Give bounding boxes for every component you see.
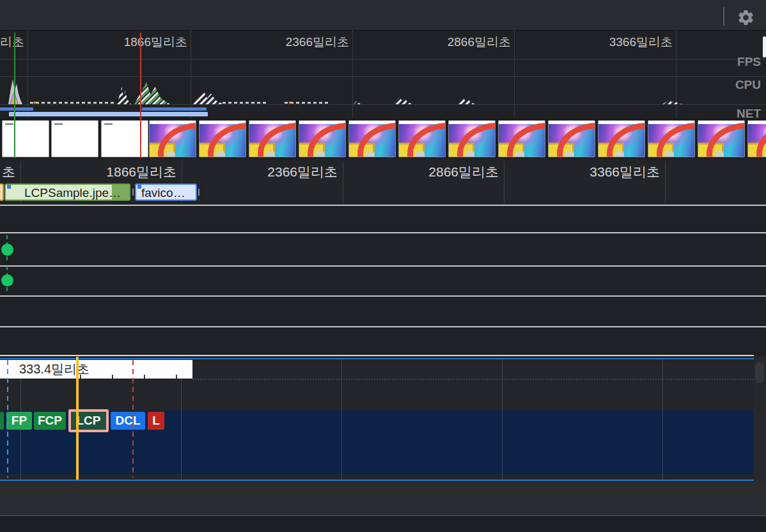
devtools-toolbar <box>0 0 766 31</box>
film-frame-screenshot[interactable] <box>348 120 396 157</box>
request-partial[interactable] <box>0 184 4 201</box>
film-frame-screenshot[interactable] <box>747 120 766 157</box>
timing-marker-edge[interactable] <box>0 412 4 430</box>
request-label: favico… <box>141 186 185 200</box>
selected-marker-ring <box>68 409 109 432</box>
film-frame-screenshot[interactable] <box>249 120 296 157</box>
marker-dash-line <box>7 360 8 478</box>
timing-marker-fcp[interactable]: FCP <box>34 412 66 430</box>
main-ruler-label: 1866밀리초 <box>36 163 176 181</box>
tracks-area <box>0 206 766 355</box>
film-frame-screenshot[interactable] <box>648 120 695 157</box>
flame-scrollbar-thumb[interactable] <box>755 362 764 383</box>
marker-dash-line <box>132 360 134 478</box>
range-ruler-tick <box>80 375 81 379</box>
overview-ruler-tick <box>514 30 515 118</box>
request-whisker <box>198 189 199 196</box>
details-pane <box>0 481 766 515</box>
overview-ruler-tick <box>191 30 191 118</box>
net-request-bar <box>142 107 207 111</box>
request-whisker <box>132 189 134 196</box>
layout-shift-dot[interactable] <box>1 274 13 286</box>
overview-ruler-tick <box>676 30 676 118</box>
film-frame-screenshot[interactable] <box>498 120 545 157</box>
main-ruler-tick <box>504 161 504 203</box>
film-frame-blank[interactable] <box>2 120 49 157</box>
overview-ruler-label: 2866밀리초 <box>383 34 511 51</box>
footer-area <box>0 516 766 532</box>
main-ruler-tick <box>665 161 666 203</box>
track-separator <box>0 205 766 206</box>
request-label: LCPSample.jpe… <box>24 186 121 200</box>
overview-ruler-label: 1866밀리초 <box>59 34 187 51</box>
lane-label-cpu: CPU <box>646 78 761 92</box>
track-separator <box>0 326 766 327</box>
overview-green-marker <box>14 33 15 158</box>
visible-range-label: 333.4밀리초 <box>19 360 90 379</box>
film-frame-screenshot[interactable] <box>448 120 496 157</box>
film-frame-screenshot[interactable] <box>199 120 246 157</box>
range-ruler-tick <box>176 375 177 379</box>
performance-panel: 리초1866밀리초2366밀리초2866밀리초3366밀리초 FPS CPU N… <box>0 0 766 532</box>
lane-divider <box>0 104 766 105</box>
overview-ruler-label: 리초 <box>0 34 24 51</box>
net-request-bar <box>9 112 208 116</box>
request-priority-marker <box>7 185 11 189</box>
range-ruler-tick <box>112 375 113 379</box>
request-favicon[interactable]: favico… <box>135 184 197 201</box>
main-ruler-label: 2366밀리초 <box>197 163 338 181</box>
film-frame-screenshot[interactable] <box>149 120 196 157</box>
flame-gridline <box>662 359 663 480</box>
flame-gridline <box>341 359 342 480</box>
flame-top-blue-border <box>0 358 754 359</box>
film-frame-screenshot[interactable] <box>398 120 446 157</box>
settings-gear-icon[interactable] <box>737 8 755 27</box>
film-frame-screenshot[interactable] <box>299 120 346 157</box>
visible-range-ruler[interactable]: 333.4밀리초 <box>0 360 192 379</box>
overview-red-marker <box>140 33 141 158</box>
timing-marker-l[interactable]: L <box>148 412 164 430</box>
playhead-line[interactable] <box>76 357 79 481</box>
track-separator <box>0 265 766 267</box>
main-ruler-tick <box>343 161 343 203</box>
track-separator <box>0 232 766 233</box>
main-ruler-label: 3366밀리초 <box>519 163 660 181</box>
timing-marker-dcl[interactable]: DCL <box>111 412 145 430</box>
overview-range-handle[interactable] <box>763 36 766 58</box>
flame-gridline <box>502 359 503 480</box>
film-frame-screenshot[interactable] <box>548 120 595 157</box>
film-frame-screenshot[interactable] <box>698 120 745 157</box>
overview-ruler-tick <box>27 30 28 118</box>
layout-shift-dot[interactable] <box>1 244 13 256</box>
overview-ruler-tick <box>352 30 353 118</box>
overview-ruler-label: 3366밀리초 <box>545 34 673 51</box>
toolbar-divider <box>723 7 724 26</box>
net-request-bar <box>0 107 33 111</box>
timing-marker-fp[interactable]: FP <box>6 412 32 430</box>
overview-ruler-label: 2366밀리초 <box>221 34 349 51</box>
range-ruler-tick <box>144 375 145 379</box>
track-separator <box>0 295 766 297</box>
main-ruler-label: 2866밀리초 <box>358 163 499 181</box>
film-frame-blank[interactable] <box>51 120 98 157</box>
request-lcpsample[interactable]: LCPSample.jpe… <box>4 184 130 201</box>
lane-label-fps: FPS <box>646 55 761 69</box>
flame-ruler-baseline <box>192 379 754 380</box>
film-frame-screenshot[interactable] <box>598 120 645 157</box>
main-ruler-label: 초 <box>0 163 15 181</box>
